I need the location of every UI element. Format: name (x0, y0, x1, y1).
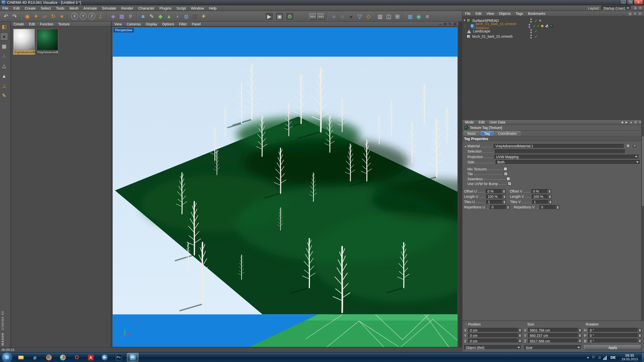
position-x-field[interactable]: 0 cm (468, 328, 518, 332)
lock-y-axis-icon[interactable]: Y (80, 13, 87, 20)
scale-tool-icon[interactable]: ▱ (40, 12, 49, 20)
snap-modes-icon[interactable]: ▦ (117, 12, 126, 20)
viewport-canvas[interactable]: Perspective (112, 27, 458, 347)
size-z-spinner[interactable] (578, 339, 582, 343)
viewport-menu-view[interactable]: View (112, 22, 124, 26)
tray-show-hidden-icon[interactable]: ▲ (585, 356, 591, 359)
taskbar-ie-icon[interactable]: e (29, 353, 41, 361)
render-view-icon[interactable]: ▶ (265, 12, 273, 21)
length-v-field[interactable]: 100 % (532, 194, 548, 199)
length-u-spinner[interactable] (503, 195, 506, 199)
rotate-view-icon[interactable]: ↻ (448, 22, 453, 26)
mix-textures-checkbox[interactable] (503, 167, 507, 171)
environment-object-icon[interactable]: ◍ (182, 12, 190, 20)
menu-window[interactable]: Window (188, 6, 207, 10)
materials-menu-function[interactable]: Function (37, 22, 56, 26)
taskbar-reader-icon[interactable]: A (85, 353, 97, 361)
plugin-sphere-icon[interactable]: ◌ (338, 12, 347, 21)
length-v-spinner[interactable] (548, 195, 551, 199)
selection-field[interactable] (495, 149, 625, 154)
material-label[interactable]: VrayAdvancedMa (13, 51, 35, 55)
tray-network-icon[interactable] (602, 355, 608, 360)
taskbar-photoshop-icon[interactable]: Ps (113, 353, 125, 361)
om-menu-edit[interactable]: Edit (473, 12, 484, 16)
menu-mesh[interactable]: Mesh (67, 6, 81, 10)
menu-create[interactable]: Create (22, 6, 38, 10)
menu-tools[interactable]: Tools (53, 6, 67, 10)
visibility-dots[interactable] (530, 29, 532, 33)
point-mode-icon[interactable]: ∴ (0, 52, 8, 60)
texture-tag-icon[interactable] (538, 19, 542, 22)
show-desktop-button[interactable] (641, 352, 644, 362)
enabled-check-icon[interactable]: ✓ (535, 29, 538, 33)
minimize-button[interactable]: — (620, 0, 627, 5)
taskbar-chrome-icon[interactable] (57, 353, 69, 361)
menu-plugins[interactable]: Plugins (157, 6, 174, 10)
om-menu-tags[interactable]: Tags (513, 12, 526, 16)
size-y-spinner[interactable] (578, 334, 582, 338)
size-x-field[interactable]: 5801.756 cm (528, 328, 578, 332)
list-display-icon[interactable]: ≡ (423, 12, 432, 21)
tray-action-center-icon[interactable]: ⚐ (591, 355, 596, 359)
position-x-spinner[interactable] (518, 328, 521, 332)
maximize-button[interactable]: ❐ (627, 0, 634, 5)
object-row-landscape[interactable]: Landscape ✓ (462, 29, 644, 34)
viewport-menu-options[interactable]: Options (160, 22, 177, 26)
layout-selector[interactable]: Startup (User) (601, 6, 631, 10)
tab-basic[interactable]: Basic (464, 131, 479, 135)
rotation-h-spinner[interactable] (638, 328, 641, 332)
expand-icon[interactable]: ▾ (462, 19, 466, 22)
viewport-menu-filter[interactable]: Filter (177, 22, 189, 26)
repetitions-v-spinner[interactable] (556, 205, 559, 209)
viewport-menu-cameras[interactable]: Cameras (124, 22, 143, 26)
am-menu-mode[interactable]: Mode (462, 120, 476, 124)
side-dropdown[interactable]: Both (496, 160, 640, 164)
coordinate-mode-dropdown[interactable]: Object (Rel) (464, 345, 522, 350)
axis-mode-icon[interactable]: ⊥ (0, 82, 8, 90)
om-menu-bookmarks[interactable]: Bookmarks (526, 12, 548, 16)
offset-v-spinner[interactable] (548, 189, 551, 193)
lock-x-axis-icon[interactable]: X (71, 13, 78, 20)
make-editable-icon[interactable]: ◧ (0, 23, 8, 31)
workplane-mode-icon[interactable]: ✎ (0, 92, 8, 100)
length-u-field[interactable]: 100 % (486, 194, 502, 199)
tab-coordinates[interactable]: Coordinates (494, 131, 520, 135)
start-button[interactable]: ⊞ (3, 353, 12, 362)
size-z-field[interactable]: 5917.566 cm (528, 339, 578, 343)
parent-up-icon[interactable]: ▲ (629, 121, 633, 123)
size-y-field[interactable]: 650.237 cm (528, 333, 578, 338)
zoom-view-icon[interactable]: ⊕ (443, 22, 448, 26)
mirror-tools-icon[interactable]: ◫ (384, 12, 393, 21)
deformer-object-icon[interactable]: ◗ (173, 12, 182, 20)
apply-button[interactable]: Apply (584, 345, 642, 350)
taskbar-explorer-icon[interactable] (15, 353, 27, 361)
render-picture-viewer-icon[interactable]: ▣ (275, 12, 284, 21)
tiles-v-spinner[interactable] (549, 200, 552, 204)
close-button[interactable]: ✕ (634, 0, 643, 5)
vray-wave-icon[interactable]: ≈ (329, 12, 338, 21)
material-thumbnail-green[interactable] (36, 29, 58, 51)
tray-clock[interactable]: 09:35 19.03.2013 (618, 353, 641, 361)
rotation-b-spinner[interactable] (638, 339, 641, 343)
material-item[interactable]: VrayAdvancedMa (36, 29, 58, 55)
tiles-u-spinner[interactable] (503, 200, 506, 204)
object-manager-body[interactable]: ▾ SurfaceSPREAD ✓ birch_01_bark_01.vrmes… (462, 16, 644, 120)
lock-z-axis-icon[interactable]: Z (88, 13, 95, 20)
light-object-icon[interactable]: ☀ (199, 12, 208, 20)
workplane-icon[interactable]: # (126, 12, 135, 20)
menu-edit[interactable]: Edit (11, 6, 22, 10)
menu-simulate[interactable]: Simulate (99, 6, 119, 10)
scrollbar-thumb[interactable] (642, 136, 644, 206)
material-label[interactable]: VrayAdvancedMa (36, 51, 58, 55)
rotate-tool-icon[interactable]: ↻ (49, 12, 57, 20)
use-uvw-checkbox[interactable]: ✓ (508, 182, 511, 186)
offset-v-field[interactable]: 0 % (531, 189, 548, 194)
section-header[interactable]: Tag Properties (462, 136, 644, 141)
menu-file[interactable]: File (0, 6, 11, 10)
scene-object-icon[interactable]: ▤ (191, 12, 199, 20)
matrix-grid-icon[interactable]: ▦ (406, 12, 414, 21)
tab-tag[interactable]: Tag (480, 131, 494, 135)
edge-mode-icon[interactable]: △ (0, 62, 8, 70)
object-row-birch-vrmesh[interactable]: birch_01_bark_01.vrmesh ✓ (462, 34, 644, 39)
rotation-h-field[interactable]: 0 ° (588, 328, 638, 332)
